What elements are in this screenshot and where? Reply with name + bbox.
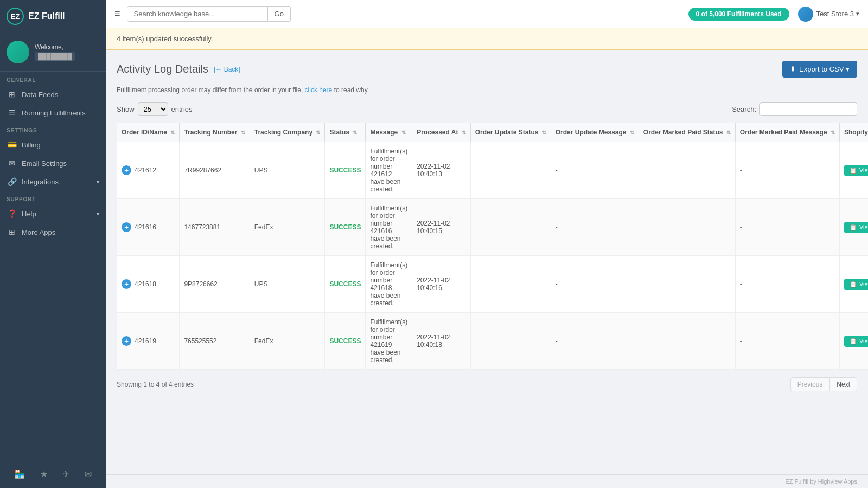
- expand-row-button[interactable]: +: [122, 222, 131, 232]
- go-button[interactable]: Go: [268, 6, 291, 22]
- tracking-company-cell: FedEx: [250, 313, 325, 370]
- sidebar-item-more-apps[interactable]: ⊞ More Apps: [0, 223, 106, 241]
- pagination-buttons: Previous Next: [790, 377, 857, 391]
- welcome-text: Welcome,: [35, 43, 75, 51]
- status-cell: SUCCESS: [325, 256, 366, 313]
- sidebar-item-running-fulfillments[interactable]: ☰ Running Fulfillments: [0, 104, 106, 122]
- menu-icon[interactable]: ≡: [114, 8, 120, 20]
- sidebar: EZ EZ Fulfill Welcome, ████████ GENERAL …: [0, 0, 106, 488]
- sidebar-item-label: Running Fulfillments: [22, 109, 86, 117]
- col-tracking-company: Tracking Company ⇅: [250, 123, 325, 142]
- expand-row-button[interactable]: +: [122, 279, 131, 289]
- view-button[interactable]: 📋 View: [844, 279, 868, 290]
- sidebar-item-label: Billing: [22, 141, 41, 149]
- status-cell: SUCCESS: [325, 199, 366, 256]
- send-icon[interactable]: ✈: [60, 467, 72, 481]
- order-id-cell: + 421616: [117, 199, 180, 256]
- entries-select[interactable]: 10 25 50 100: [138, 102, 168, 116]
- order-update-message-cell: -: [551, 313, 639, 370]
- sort-icon[interactable]: ⇅: [831, 130, 835, 136]
- shop-icon[interactable]: 🏪: [12, 467, 27, 481]
- status-cell: SUCCESS: [325, 142, 366, 199]
- store-avatar: [798, 7, 813, 22]
- sort-icon[interactable]: ⇅: [401, 130, 406, 136]
- next-button[interactable]: Next: [829, 377, 857, 391]
- view-button[interactable]: 📋 View: [844, 165, 868, 176]
- back-link[interactable]: [← Back]: [214, 66, 240, 73]
- view-button[interactable]: 📋 View: [844, 336, 868, 347]
- export-csv-button[interactable]: ⬇ Export to CSV ▾: [782, 61, 857, 78]
- sidebar-item-label: Integrations: [22, 178, 59, 186]
- col-processed-at: Processed At ⇅: [412, 123, 471, 142]
- sort-icon[interactable]: ⇅: [353, 130, 357, 136]
- tracking-number-cell: 9P8726662: [180, 256, 250, 313]
- avatar: [7, 41, 29, 63]
- star-icon[interactable]: ★: [38, 467, 50, 481]
- order-marked-paid-status-cell: [639, 256, 735, 313]
- col-shopify-request-log: Shopify Request Log ⇅: [839, 123, 868, 142]
- order-id-cell: + 421612: [117, 142, 180, 199]
- expand-row-button[interactable]: +: [122, 336, 131, 346]
- col-message: Message ⇅: [366, 123, 412, 142]
- message-cell: Fulfillment(s) for order number 421612 h…: [366, 142, 412, 199]
- table-search-input[interactable]: [760, 102, 857, 116]
- col-tracking-number: Tracking Number ⇅: [180, 123, 250, 142]
- sort-icon[interactable]: ⇅: [542, 130, 546, 136]
- search-label: Search:: [732, 105, 756, 113]
- fulfillments-badge: 0 of 5,000 Fulfillments Used: [688, 8, 789, 21]
- sort-icon[interactable]: ⇅: [630, 130, 634, 136]
- view-button[interactable]: 📋 View: [844, 222, 868, 233]
- view-icon: 📋: [850, 224, 857, 231]
- sort-icon[interactable]: ⇅: [726, 130, 731, 136]
- shopify-request-log-cell: 📋 View: [839, 199, 868, 256]
- message-cell: Fulfillment(s) for order number 421618 h…: [366, 256, 412, 313]
- expand-row-button[interactable]: +: [122, 165, 131, 175]
- message-cell: Fulfillment(s) for order number 421619 h…: [366, 313, 412, 370]
- shopify-request-log-cell: 📋 View: [839, 256, 868, 313]
- support-section-label: SUPPORT: [0, 191, 106, 204]
- store-name: Test Store 3: [816, 10, 854, 18]
- col-order-marked-paid-message: Order Marked Paid Message ⇅: [735, 123, 839, 142]
- settings-section-label: SETTINGS: [0, 122, 106, 136]
- sidebar-item-help[interactable]: ❓ Help ▾: [0, 204, 106, 223]
- store-selector[interactable]: Test Store 3 ▾: [798, 7, 859, 22]
- running-fulfillments-icon: ☰: [7, 108, 17, 117]
- logo-area: EZ EZ Fulfill: [0, 0, 106, 33]
- click-here-link[interactable]: click here: [305, 86, 333, 94]
- order-id-cell: + 421619: [117, 313, 180, 370]
- sidebar-item-data-feeds[interactable]: ⊞ Data Feeds: [0, 85, 106, 104]
- sidebar-item-email-settings[interactable]: ✉ Email Settings: [0, 154, 106, 172]
- data-feeds-icon: ⊞: [7, 90, 17, 99]
- order-id-cell: + 421618: [117, 256, 180, 313]
- sort-icon[interactable]: ⇅: [462, 130, 466, 136]
- show-label: Show: [117, 105, 135, 113]
- logo-icon: EZ: [7, 8, 24, 25]
- page-title: Activity Log Details: [117, 63, 208, 75]
- previous-button[interactable]: Previous: [790, 377, 830, 391]
- sort-icon[interactable]: ⇅: [170, 130, 175, 136]
- order-marked-paid-message-cell: -: [735, 199, 839, 256]
- order-update-status-cell: [470, 313, 551, 370]
- sidebar-item-label: More Apps: [22, 228, 55, 236]
- email-settings-icon: ✉: [7, 159, 17, 168]
- tracking-company-cell: UPS: [250, 256, 325, 313]
- controls-row: Show 10 25 50 100 entries Search:: [117, 102, 857, 116]
- sort-icon[interactable]: ⇅: [316, 130, 320, 136]
- page-header: Activity Log Details [← Back] ⬇ Export t…: [117, 61, 857, 78]
- sort-icon[interactable]: ⇅: [241, 130, 245, 136]
- table-row: + 421619 765525552 FedEx SUCCESS Fulfill…: [117, 313, 869, 370]
- sidebar-item-integrations[interactable]: 🔗 Integrations ▾: [0, 172, 106, 191]
- processed-at-cell: 2022-11-02 10:40:15: [412, 199, 471, 256]
- message-cell: Fulfillment(s) for order number 421616 h…: [366, 199, 412, 256]
- sidebar-item-billing[interactable]: 💳 Billing: [0, 136, 106, 154]
- status-value: SUCCESS: [329, 280, 361, 288]
- store-chevron-icon: ▾: [856, 10, 859, 17]
- table-row: + 421618 9P8726662 UPS SUCCESS Fulfillme…: [117, 256, 869, 313]
- pagination-area: Showing 1 to 4 of 4 entries Previous Nex…: [117, 377, 857, 391]
- search-input[interactable]: [127, 6, 268, 22]
- chevron-down-icon: ▾: [97, 179, 99, 185]
- col-order-update-status: Order Update Status ⇅: [470, 123, 551, 142]
- billing-icon: 💳: [7, 140, 17, 149]
- mail-icon[interactable]: ✉: [82, 467, 94, 481]
- order-marked-paid-status-cell: [639, 313, 735, 370]
